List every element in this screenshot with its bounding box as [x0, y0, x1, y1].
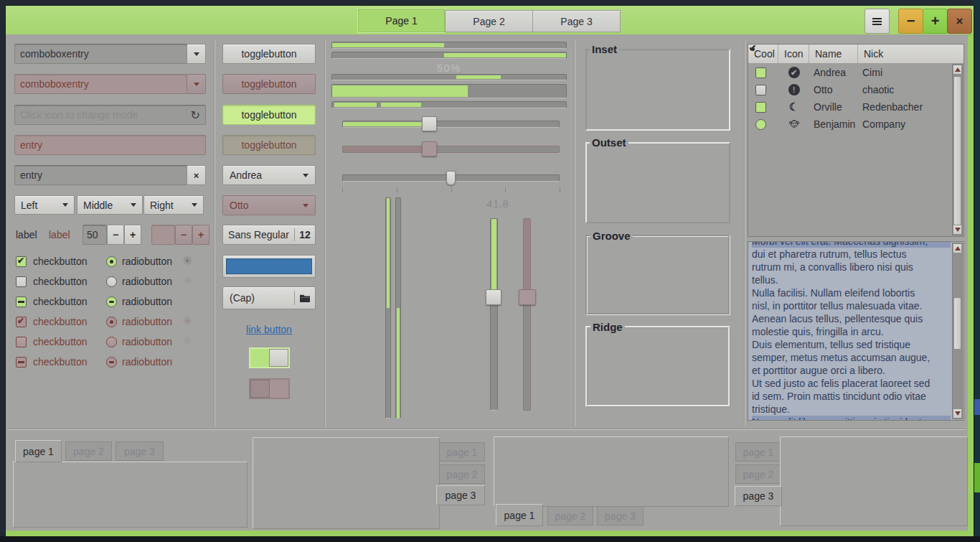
- icon-mode-entry[interactable]: Click icon to change mode ↻: [14, 105, 206, 125]
- hscale-handle-marks[interactable]: [446, 171, 456, 185]
- radiobutton-indeterminate-disabled: [106, 357, 117, 368]
- progressbar-right-to-left: [331, 52, 567, 59]
- chevron-down-icon: [194, 83, 199, 86]
- vertical-progressbar-top-down: [385, 197, 391, 419]
- scroll-down-button[interactable]: [953, 225, 962, 235]
- radiobutton-indeterminate[interactable]: [106, 296, 117, 307]
- notebook3-tab-page1[interactable]: page 1: [496, 504, 543, 526]
- hscale-handle-disabled: [422, 141, 437, 156]
- menu-button[interactable]: [864, 9, 890, 34]
- notebook4-tab-page2[interactable]: page 2: [735, 464, 781, 484]
- selected-text-line: Nunc velit libero, sagittis quis tincidu…: [752, 416, 951, 420]
- notebook2-tab-page3[interactable]: page 3: [436, 485, 485, 505]
- row-checkbox-unchecked[interactable]: [755, 85, 766, 95]
- font-button[interactable]: Sans Regular 12: [222, 225, 316, 245]
- checkbox-unchecked[interactable]: [16, 276, 27, 287]
- spinbutton-minus-button[interactable]: −: [107, 225, 124, 245]
- hscale-trough[interactable]: [342, 121, 560, 128]
- text-line: dui et pharetra rutrum, tellus lectus: [752, 248, 951, 261]
- scroll-down-button[interactable]: [953, 408, 962, 419]
- textview[interactable]: Morbi vel elit erat. Maecenas dignissim,…: [748, 241, 964, 421]
- notebook2-tab-page1[interactable]: page 1: [439, 442, 485, 462]
- togglebutton-normal[interactable]: togglebutton: [222, 44, 316, 64]
- notebook4-tab-page3[interactable]: page 3: [735, 486, 782, 506]
- table-row[interactable]: ☾ Orville Redenbacher: [748, 98, 963, 116]
- minimize-button[interactable]: −: [898, 9, 923, 34]
- scrollbar-thumb[interactable]: [953, 76, 961, 225]
- text-line: et porttitor augue orci a libero.: [752, 364, 951, 377]
- notebook1-tab-page2[interactable]: page 2: [65, 441, 112, 461]
- row-checkbox-checked[interactable]: [755, 102, 766, 113]
- radiobutton-unselected[interactable]: [106, 276, 117, 287]
- dropdown-left[interactable]: Left: [14, 195, 75, 215]
- notebook3-tab-page2[interactable]: page 2: [547, 506, 593, 525]
- pane-separator-horizontal[interactable]: [9, 429, 965, 430]
- treeview-scrollbar[interactable]: [952, 64, 963, 235]
- notebook3-tab-page3[interactable]: page 3: [597, 506, 644, 525]
- scroll-up-button[interactable]: [953, 243, 962, 253]
- chevron-down-icon: [303, 204, 308, 207]
- spinbutton-value[interactable]: 50: [83, 225, 107, 245]
- close-button[interactable]: ×: [947, 9, 972, 34]
- maximize-button[interactable]: +: [923, 9, 948, 34]
- spinbutton-plus-button[interactable]: +: [124, 225, 141, 245]
- background-fragment-blue: [974, 399, 980, 415]
- notebook4-tab-page1[interactable]: page 1: [735, 442, 781, 462]
- frame-label: Ridge: [590, 321, 625, 333]
- text-line: rutrum mi, a convallis libero nisi quis: [752, 261, 951, 274]
- treeview-header[interactable]: Cool Icon Name Nick: [748, 45, 963, 64]
- notebook2-tab-page2[interactable]: page 2: [439, 464, 485, 484]
- pane-separator[interactable]: [744, 40, 745, 426]
- treeview[interactable]: Cool Icon Name Nick ✔ Andrea Cimi ! Otto…: [748, 44, 964, 237]
- combobox-andrea[interactable]: Andrea: [222, 165, 316, 185]
- radiobutton-label: radiobutton: [122, 356, 172, 368]
- color-button[interactable]: [222, 255, 316, 278]
- comboboxentry-input[interactable]: comboboxentry: [14, 44, 187, 64]
- vscale-trough[interactable]: [490, 218, 498, 411]
- file-chooser-button[interactable]: (Cap): [222, 286, 316, 309]
- header-tab-page2[interactable]: Page 2: [445, 10, 533, 32]
- hscale-handle[interactable]: [422, 116, 437, 131]
- column-header-nick[interactable]: Nick: [858, 45, 963, 63]
- checkbox-indeterminate-disabled: [16, 357, 27, 368]
- header-tab-page1[interactable]: Page 1: [357, 8, 446, 33]
- checkbox-indeterminate[interactable]: [16, 296, 27, 307]
- pane-separator[interactable]: [574, 40, 575, 426]
- pane-separator[interactable]: [324, 40, 326, 426]
- notebook1-tab-page3[interactable]: page 3: [116, 441, 164, 461]
- titlebar[interactable]: Page 1 Page 2 Page 3 − + ×: [6, 6, 974, 35]
- textview-scrollbar[interactable]: [952, 243, 963, 419]
- frame-label: Groove: [590, 230, 633, 242]
- textview-content[interactable]: Morbi vel elit erat. Maecenas dignissim,…: [752, 242, 951, 420]
- table-row[interactable]: ✔ Andrea Cimi: [748, 64, 963, 81]
- switch-on[interactable]: [249, 347, 290, 368]
- header-tab-page3[interactable]: Page 3: [532, 10, 621, 32]
- table-row[interactable]: Benjamin Company: [748, 116, 963, 133]
- column-header-name[interactable]: Name: [809, 45, 858, 63]
- entry-with-clear[interactable]: entry: [14, 165, 187, 185]
- scrollbar-thumb[interactable]: [953, 297, 961, 350]
- radiobutton-label: radiobutton: [122, 256, 172, 267]
- link-button[interactable]: link button: [222, 324, 316, 335]
- dropdown-right[interactable]: Right: [143, 195, 204, 215]
- column-header-icon[interactable]: Icon: [778, 45, 809, 63]
- notebook1-tab-page1[interactable]: page 1: [15, 440, 62, 462]
- clear-entry-button[interactable]: ×: [187, 165, 206, 185]
- scroll-up-button[interactable]: [953, 65, 962, 75]
- dropdown-middle[interactable]: Middle: [77, 195, 143, 215]
- vscale-handle[interactable]: [486, 289, 501, 305]
- progressbar-thick: [331, 84, 567, 98]
- table-row[interactable]: ! Otto chaotic: [748, 81, 963, 98]
- checkbutton-label: checkbutton: [33, 296, 88, 307]
- text-line: molestie quis, fringilla in arcu.: [752, 325, 951, 338]
- row-checkbox-checked[interactable]: [755, 67, 766, 78]
- togglebutton-active[interactable]: togglebutton: [222, 105, 316, 125]
- pane-separator[interactable]: [214, 40, 215, 426]
- checkbox-checked[interactable]: [16, 256, 27, 267]
- refresh-icon[interactable]: ↻: [191, 108, 200, 122]
- comboboxentry-dropdown-button[interactable]: [187, 44, 206, 64]
- switch-knob[interactable]: [269, 349, 288, 367]
- radiobutton-selected[interactable]: [106, 256, 117, 267]
- row-radio-selected[interactable]: [755, 119, 766, 130]
- background-strip-bottom: [0, 536, 980, 542]
